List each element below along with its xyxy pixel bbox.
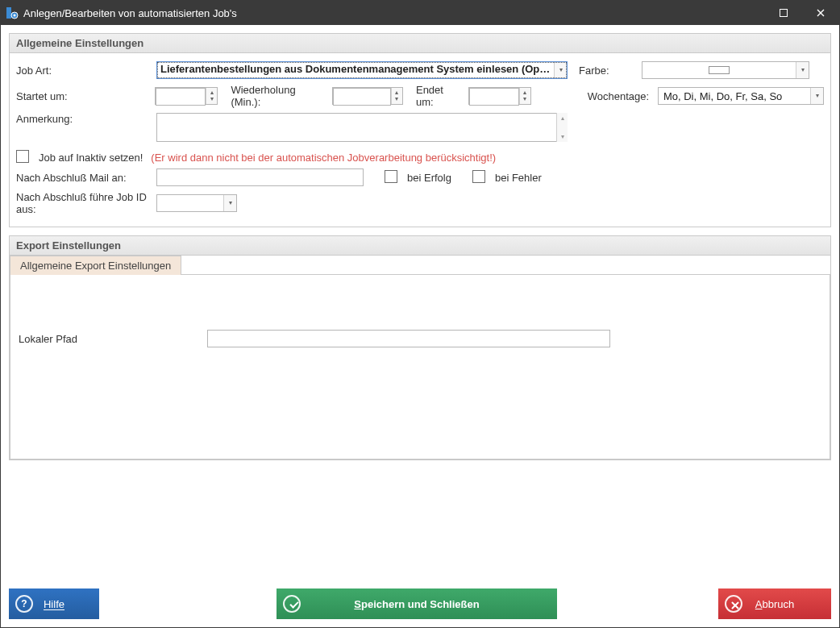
svg-point-2 xyxy=(14,15,16,17)
cancel-button[interactable]: Abbruch xyxy=(718,588,831,619)
label-job-id: Nach Abschluß führe Job ID aus: xyxy=(16,191,152,215)
chevron-down-icon[interactable]: ▾ xyxy=(796,62,809,78)
anmerkung-textarea[interactable] xyxy=(156,113,568,142)
mail-an-input[interactable] xyxy=(156,168,364,186)
label-anmerkung: Anmerkung: xyxy=(16,113,152,125)
label-bei-erfolg: bei Erfolg xyxy=(407,172,451,184)
app-icon xyxy=(6,6,19,19)
label-bei-fehler: bei Fehler xyxy=(495,172,542,184)
window-maximize-button[interactable] xyxy=(765,1,802,25)
label-job-art: Job Art: xyxy=(16,64,152,77)
farbe-dropdown[interactable]: ▾ xyxy=(642,61,809,79)
label-mail-an: Nach Abschluß Mail an: xyxy=(16,172,152,184)
textarea-scroll[interactable]: ▴▾ xyxy=(556,113,568,142)
label-inaktiv-hint: (Er wird dann nicht bei der automatische… xyxy=(151,152,496,164)
wiederholung-spinner[interactable]: ▴▾ xyxy=(332,87,403,105)
tab-allgemeine-export[interactable]: Allgemeine Export Einstellungen xyxy=(10,256,181,275)
job-art-value: Lieferantenbestellungen aus Dokumentenma… xyxy=(157,62,554,80)
save-close-button[interactable]: Speichern und Schließen xyxy=(277,588,557,619)
wochentage-value: Mo, Di, Mi, Do, Fr, Sa, So xyxy=(659,88,810,104)
wochentage-dropdown[interactable]: Mo, Di, Mi, Do, Fr, Sa, So ▾ xyxy=(658,87,824,105)
wiederholung-input[interactable] xyxy=(333,88,391,106)
cancel-button-label: Abbruch xyxy=(755,598,794,610)
help-icon: ? xyxy=(15,595,33,613)
job-id-value xyxy=(157,195,223,211)
job-id-dropdown[interactable]: ▾ xyxy=(156,194,237,212)
inaktiv-checkbox[interactable] xyxy=(16,150,29,163)
help-button[interactable]: ? Hilfe xyxy=(9,588,99,619)
export-settings-panel: Export Einstellungen Allgemeine Export E… xyxy=(9,235,831,460)
svg-rect-0 xyxy=(6,7,11,19)
startet-um-input[interactable] xyxy=(156,88,206,106)
color-swatch xyxy=(709,66,730,74)
help-button-label: Hilfe xyxy=(44,598,64,610)
endet-um-spinner[interactable]: ▴▾ xyxy=(468,87,531,105)
lokaler-pfad-input[interactable] xyxy=(207,330,610,347)
check-icon xyxy=(283,595,301,613)
label-inaktiv: Job auf Inaktiv setzen! xyxy=(39,152,143,164)
export-tabpage: Lokaler Pfad xyxy=(10,274,830,460)
label-farbe: Farbe: xyxy=(579,64,637,77)
bei-erfolg-checkbox[interactable] xyxy=(385,170,397,183)
titlebar: Anlegen/Bearbeiten von automatisierten J… xyxy=(1,1,839,25)
label-lokaler-pfad: Lokaler Pfad xyxy=(19,333,207,345)
window-title: Anlegen/Bearbeiten von automatisierten J… xyxy=(23,7,237,19)
bei-fehler-checkbox[interactable] xyxy=(472,170,485,183)
svg-rect-3 xyxy=(780,10,788,17)
chevron-down-icon[interactable]: ▾ xyxy=(554,62,567,78)
startet-um-spinner[interactable]: ▴▾ xyxy=(155,87,218,105)
chevron-down-icon[interactable]: ▾ xyxy=(810,88,823,104)
close-icon xyxy=(725,595,742,613)
export-settings-header: Export Einstellungen xyxy=(10,236,830,256)
chevron-down-icon[interactable]: ▾ xyxy=(223,195,236,211)
label-endet-um: Endet um: xyxy=(416,84,464,108)
general-settings-panel: Allgemeine Einstellungen Job Art: Liefer… xyxy=(9,33,831,227)
window-close-button[interactable] xyxy=(802,1,839,25)
general-settings-header: Allgemeine Einstellungen xyxy=(10,34,830,53)
endet-um-input[interactable] xyxy=(469,88,519,106)
label-wiederholung: Wiederholung (Min.): xyxy=(231,84,327,108)
label-wochentage: Wochentage: xyxy=(588,90,653,102)
label-startet-um: Startet um: xyxy=(16,90,150,102)
save-close-label: Speichern und Schließen xyxy=(354,598,479,610)
job-art-combo[interactable]: Lieferantenbestellungen aus Dokumentenma… xyxy=(156,61,568,79)
